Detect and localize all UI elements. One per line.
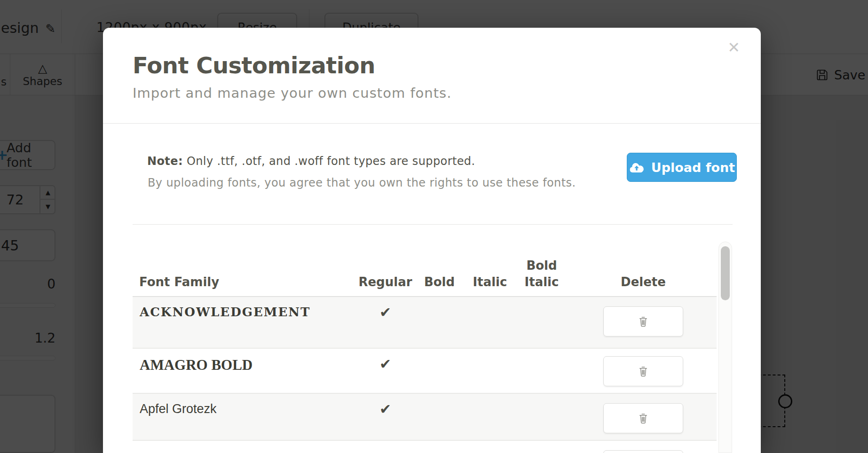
bold-italic-checkmark	[513, 297, 570, 348]
note-text: Note: Only .ttf, .otf, and .woff font ty…	[147, 155, 475, 168]
table-header-row: Font Family Regular Bold Italic Bold Ita…	[133, 244, 717, 297]
regular-checkmark: ✔	[358, 297, 412, 348]
font-family-name: AMAGRO BOLD	[133, 349, 358, 393]
modal-subtitle: Import and manage your own custom fonts.	[133, 85, 451, 101]
bold-checkmark	[412, 441, 466, 453]
bold-checkmark	[412, 297, 466, 348]
trash-icon	[638, 365, 648, 377]
note-subtext: By uploading fonts, you agree that you o…	[148, 176, 576, 189]
delete-font-button[interactable]	[603, 403, 683, 433]
delete-font-button[interactable]	[603, 356, 683, 386]
font-table-row: Apfel Grotezk ✔	[133, 394, 717, 441]
font-family-name	[133, 441, 358, 453]
bold-checkmark	[412, 349, 466, 393]
bold-italic-checkmark	[513, 394, 570, 440]
header-bold: Bold	[412, 274, 466, 290]
font-family-name: Apfel Grotezk	[133, 394, 358, 440]
italic-checkmark	[466, 349, 513, 393]
font-table-row: AMAGRO BOLD ✔	[133, 349, 717, 394]
delete-font-button[interactable]	[603, 306, 683, 336]
italic-checkmark	[466, 394, 513, 440]
note-label: Note:	[147, 155, 183, 168]
trash-icon	[638, 315, 648, 328]
table-body: ACKNOWLEDGEMENT ✔ AMAGRO BOLD ✔	[133, 297, 717, 453]
modal-header: Font Customization Import and manage you…	[103, 28, 761, 124]
custom-fonts-table: Font Family Regular Bold Italic Bold Ita…	[133, 244, 717, 453]
font-family-name: ACKNOWLEDGEMENT	[133, 297, 358, 348]
font-table-row: ACKNOWLEDGEMENT ✔	[133, 297, 717, 349]
app-root: esign✎ 1200px x 900px Resize Duplicate s…	[0, 0, 868, 453]
regular-checkmark	[358, 441, 412, 453]
trash-icon	[638, 412, 648, 424]
upload-font-button[interactable]: Upload font	[627, 153, 737, 182]
italic-checkmark	[466, 297, 513, 348]
regular-checkmark: ✔	[358, 349, 412, 393]
table-scrollbar-track[interactable]	[718, 242, 732, 453]
section-divider	[133, 224, 733, 225]
header-italic: Italic	[466, 274, 513, 290]
header-regular: Regular	[358, 274, 412, 290]
italic-checkmark	[466, 441, 513, 453]
close-icon[interactable]: ✕	[727, 40, 740, 55]
font-customization-modal: Font Customization Import and manage you…	[103, 28, 761, 453]
bold-italic-checkmark	[513, 441, 570, 453]
font-table-row	[133, 441, 717, 453]
cloud-upload-icon	[629, 162, 645, 173]
table-scrollbar-thumb[interactable]	[721, 246, 730, 300]
header-delete: Delete	[570, 274, 717, 290]
upload-font-label: Upload font	[651, 160, 735, 175]
bold-italic-checkmark	[513, 349, 570, 393]
bold-checkmark	[412, 394, 466, 440]
modal-title: Font Customization	[133, 52, 375, 78]
delete-font-button[interactable]	[603, 450, 683, 453]
header-font-family: Font Family	[133, 274, 358, 290]
regular-checkmark: ✔	[358, 394, 412, 440]
header-bold-italic: Bold Italic	[513, 258, 570, 290]
